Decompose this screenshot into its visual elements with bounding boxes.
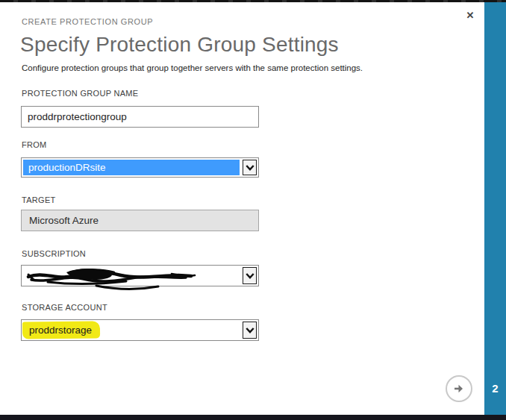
chevron-down-icon [245, 326, 255, 335]
arrow-right-icon [452, 381, 466, 396]
step-number: 2 [484, 382, 506, 395]
subscription-dropdown-button[interactable] [243, 267, 257, 284]
protection-group-name-input[interactable] [21, 106, 259, 128]
right-rail: 2 [484, 2, 506, 415]
top-border [0, 0, 506, 2]
close-icon[interactable]: ✕ [461, 6, 479, 24]
next-button[interactable] [446, 375, 472, 402]
subscription-label: SUBSCRIPTION [22, 249, 86, 258]
create-protection-group-dialog: 2 ✕ CREATE PROTECTION GROUP Specify Prot… [0, 0, 506, 420]
storage-account-label: STORAGE ACCOUNT [22, 303, 107, 312]
chevron-down-icon [245, 272, 255, 280]
from-dropdown-button[interactable] [243, 160, 257, 175]
page-title: Specify Protection Group Settings [20, 33, 339, 57]
storage-account-selected-value: proddrstorage [23, 322, 240, 339]
redaction-scribble [25, 266, 199, 289]
storage-account-dropdown[interactable]: proddrstorage [21, 319, 259, 341]
wizard-eyebrow: CREATE PROTECTION GROUP [22, 17, 153, 26]
target-label: TARGET [22, 195, 56, 204]
subscription-dropdown[interactable] [21, 265, 259, 286]
chevron-down-icon [245, 163, 255, 172]
page-subtitle: Configure protection groups that group t… [22, 63, 363, 72]
from-label: FROM [22, 140, 47, 149]
target-value-box: Microsoft Azure [21, 210, 259, 231]
from-dropdown[interactable]: productionDRsite [21, 157, 259, 178]
storage-dropdown-button[interactable] [243, 322, 257, 339]
protection-group-name-label: PROTECTION GROUP NAME [22, 89, 138, 98]
bottom-bar [0, 415, 506, 420]
from-selected-value: productionDRsite [23, 160, 240, 175]
